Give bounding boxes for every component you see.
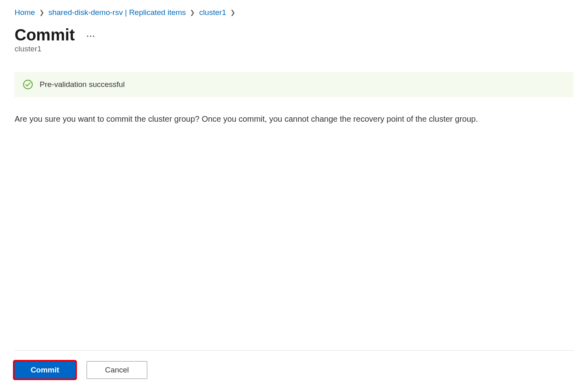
status-banner: Pre-validation successful [15,72,573,97]
chevron-right-icon: ❯ [230,9,236,16]
breadcrumb-link-vault[interactable]: shared-disk-demo-rsv | Replicated items [49,8,186,17]
confirmation-text: Are you sure you want to commit the clus… [15,113,573,125]
page-subtitle: cluster1 [15,44,573,53]
page-title: Commit [15,26,75,44]
cancel-button[interactable]: Cancel [87,361,147,379]
breadcrumb-link-cluster[interactable]: cluster1 [199,8,226,17]
title-row: Commit ⋯ [15,26,573,44]
svg-point-0 [23,80,32,89]
chevron-right-icon: ❯ [39,9,45,16]
breadcrumb-link-home[interactable]: Home [15,8,35,17]
footer-separator [15,350,573,351]
more-actions-icon[interactable]: ⋯ [86,28,96,41]
chevron-right-icon: ❯ [190,9,195,16]
commit-button[interactable]: Commit [15,362,75,379]
breadcrumb: Home ❯ shared-disk-demo-rsv | Replicated… [15,8,573,17]
status-message: Pre-validation successful [40,80,125,89]
success-check-icon [23,79,33,90]
footer-actions: Commit Cancel [15,361,573,379]
